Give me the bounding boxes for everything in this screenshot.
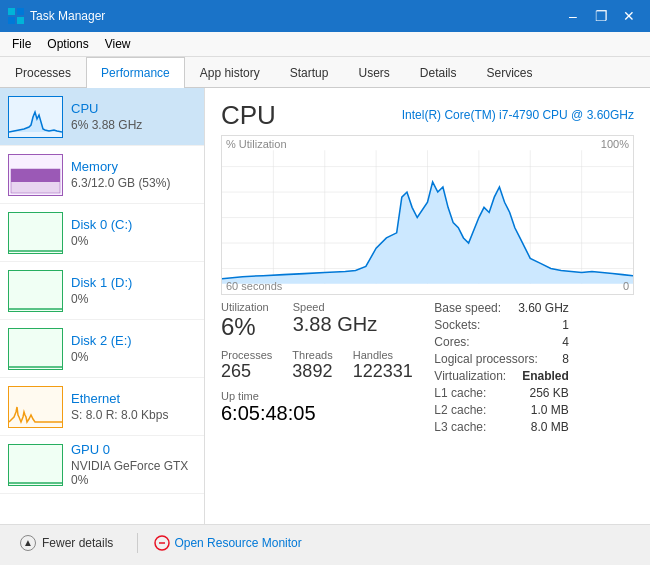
disk2-mini-graph — [8, 328, 63, 370]
sidebar-item-disk2[interactable]: Disk 2 (E:) 0% — [0, 320, 204, 378]
handles-value: 122331 — [353, 361, 413, 382]
cores-value: 4 — [562, 335, 569, 349]
sockets-row: Sockets: 1 — [434, 318, 569, 332]
tab-app-history[interactable]: App history — [185, 57, 275, 88]
svg-rect-0 — [8, 8, 15, 15]
logical-label: Logical processors: — [434, 352, 537, 366]
processes-stat: Processes 265 — [221, 349, 272, 382]
memory-sidebar-info: Memory 6.3/12.0 GB (53%) — [71, 159, 196, 190]
l2-label: L2 cache: — [434, 403, 486, 417]
svg-rect-5 — [11, 169, 60, 182]
cpu-sidebar-label: CPU — [71, 101, 196, 116]
tab-users[interactable]: Users — [343, 57, 404, 88]
ethernet-sidebar-label: Ethernet — [71, 391, 196, 406]
l1-value: 256 KB — [529, 386, 568, 400]
fewer-details-button[interactable]: ▲ Fewer details — [12, 531, 121, 555]
tab-details[interactable]: Details — [405, 57, 472, 88]
speed-value: 3.88 GHz — [293, 313, 377, 336]
cores-label: Cores: — [434, 335, 469, 349]
disk0-sidebar-info: Disk 0 (C:) 0% — [71, 217, 196, 248]
open-resource-monitor-link[interactable]: Open Resource Monitor — [154, 535, 301, 551]
chevron-up-icon: ▲ — [20, 535, 36, 551]
ethernet-sidebar-info: Ethernet S: 8.0 R: 8.0 Kbps — [71, 391, 196, 422]
chart-label-60sec: 60 seconds — [226, 280, 282, 292]
title-bar: Task Manager – ❐ ✕ — [0, 0, 650, 32]
utilization-value: 6% — [221, 313, 269, 341]
resource-monitor-icon — [154, 535, 170, 551]
base-speed-label: Base speed: — [434, 301, 501, 315]
maximize-button[interactable]: ❐ — [588, 6, 614, 26]
cpu-mini-graph — [8, 96, 63, 138]
uptime-row: Up time 6:05:48:05 — [221, 390, 421, 425]
logical-processors-row: Logical processors: 8 — [434, 352, 569, 366]
menu-bar: File Options View — [0, 32, 650, 57]
processes-label: Processes — [221, 349, 272, 361]
tab-performance[interactable]: Performance — [86, 57, 185, 88]
ethernet-sidebar-value: S: 8.0 R: 8.0 Kbps — [71, 408, 196, 422]
threads-value: 3892 — [292, 361, 332, 382]
sockets-value: 1 — [562, 318, 569, 332]
svg-rect-3 — [17, 17, 24, 24]
handles-label: Handles — [353, 349, 413, 361]
ethernet-mini-graph — [8, 386, 63, 428]
sidebar-item-memory[interactable]: Memory 6.3/12.0 GB (53%) — [0, 146, 204, 204]
cpu-chart: % Utilization 100% 60 seconds — [221, 135, 634, 295]
sidebar-item-ethernet[interactable]: Ethernet S: 8.0 R: 8.0 Kbps — [0, 378, 204, 436]
base-speed-row: Base speed: 3.60 GHz — [434, 301, 569, 315]
primary-stats-row: Utilization 6% Speed 3.88 GHz — [221, 301, 421, 341]
memory-sidebar-label: Memory — [71, 159, 196, 174]
footer-separator — [137, 533, 138, 553]
svg-rect-2 — [8, 17, 15, 24]
sockets-label: Sockets: — [434, 318, 480, 332]
info-table: Base speed: 3.60 GHz Sockets: 1 Cores: 4… — [434, 301, 569, 437]
app-icon — [8, 8, 24, 24]
speed-label: Speed — [293, 301, 377, 313]
tab-processes[interactable]: Processes — [0, 57, 86, 88]
gpu0-sidebar-value: NVIDIA GeForce GTX0% — [71, 459, 196, 487]
threads-stat: Threads 3892 — [292, 349, 332, 382]
sidebar-item-gpu0[interactable]: GPU 0 NVIDIA GeForce GTX0% — [0, 436, 204, 494]
main-content: CPU 6% 3.88 GHz Memory 6.3/12.0 GB (53%) — [0, 88, 650, 524]
cores-row: Cores: 4 — [434, 335, 569, 349]
menu-options[interactable]: Options — [39, 34, 96, 54]
detail-title: CPU — [221, 100, 276, 131]
threads-label: Threads — [292, 349, 332, 361]
tab-startup[interactable]: Startup — [275, 57, 344, 88]
gpu0-sidebar-label: GPU 0 — [71, 442, 196, 457]
menu-file[interactable]: File — [4, 34, 39, 54]
disk0-sidebar-value: 0% — [71, 234, 196, 248]
tab-services[interactable]: Services — [472, 57, 548, 88]
virtualization-value: Enabled — [522, 369, 569, 383]
base-speed-value: 3.60 GHz — [518, 301, 569, 315]
cpu-sidebar-value: 6% 3.88 GHz — [71, 118, 196, 132]
l2-value: 1.0 MB — [531, 403, 569, 417]
chart-label-0: 0 — [623, 280, 629, 292]
speed-stat: Speed 3.88 GHz — [293, 301, 377, 341]
memory-mini-graph — [8, 154, 63, 196]
handles-stat: Handles 122331 — [353, 349, 413, 382]
title-bar-controls: – ❐ ✕ — [560, 6, 642, 26]
disk2-sidebar-value: 0% — [71, 350, 196, 364]
l3-cache-row: L3 cache: 8.0 MB — [434, 420, 569, 434]
tab-bar: Processes Performance App history Startu… — [0, 57, 650, 88]
l1-cache-row: L1 cache: 256 KB — [434, 386, 569, 400]
disk1-sidebar-value: 0% — [71, 292, 196, 306]
detail-stats-area: Utilization 6% Speed 3.88 GHz Processes … — [221, 301, 634, 437]
menu-view[interactable]: View — [97, 34, 139, 54]
gpu-mini-graph — [8, 444, 63, 486]
sidebar-item-disk1[interactable]: Disk 1 (D:) 0% — [0, 262, 204, 320]
secondary-stats-row: Processes 265 Threads 3892 Handles 12233… — [221, 349, 421, 382]
virtualization-label: Virtualization: — [434, 369, 506, 383]
minimize-button[interactable]: – — [560, 6, 586, 26]
detail-header: CPU Intel(R) Core(TM) i7-4790 CPU @ 3.60… — [221, 100, 634, 131]
utilization-label: Utilization — [221, 301, 269, 313]
sidebar-item-disk0[interactable]: Disk 0 (C:) 0% — [0, 204, 204, 262]
l3-label: L3 cache: — [434, 420, 486, 434]
window-title: Task Manager — [30, 9, 105, 23]
disk0-sidebar-label: Disk 0 (C:) — [71, 217, 196, 232]
title-bar-left: Task Manager — [8, 8, 105, 24]
fewer-details-label: Fewer details — [42, 536, 113, 550]
sidebar-item-cpu[interactable]: CPU 6% 3.88 GHz — [0, 88, 204, 146]
uptime-value: 6:05:48:05 — [221, 402, 421, 425]
close-button[interactable]: ✕ — [616, 6, 642, 26]
